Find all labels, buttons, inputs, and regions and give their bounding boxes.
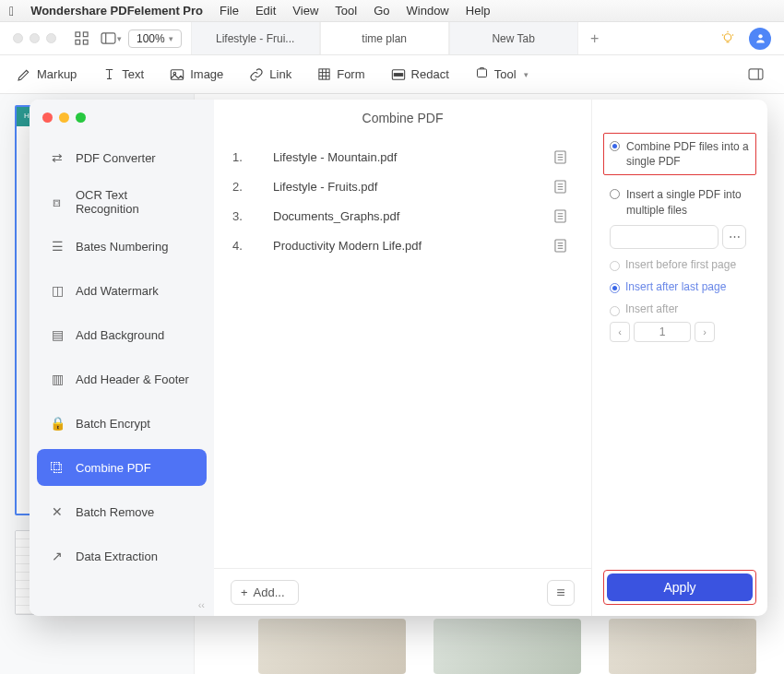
stepper-next-button[interactable]: › <box>695 322 715 342</box>
ribbon-markup[interactable]: Markup <box>17 67 77 82</box>
remove-icon: ✕ <box>50 504 65 519</box>
option-insert-group: Insert a single PDF into multiple files … <box>603 181 756 348</box>
dialog-options-panel: Combine PDF files into a single PDF Inse… <box>592 100 767 616</box>
option-insert-after-last[interactable]: Insert after last page <box>610 280 750 293</box>
dialog-zoom-icon[interactable] <box>76 112 86 123</box>
tips-bulb-icon[interactable] <box>719 30 736 47</box>
dialog-traffic-lights[interactable] <box>30 109 214 136</box>
watermark-icon: ◫ <box>50 283 65 298</box>
sidebar-item-watermark[interactable]: ◫Add Watermark <box>37 272 207 309</box>
list-options-button[interactable]: ≡ <box>547 580 575 606</box>
file-list: 1. Lifestyle - Mountain.pdf 2. Lifestyle… <box>214 136 591 568</box>
zoom-select[interactable]: 100% ▾ <box>128 30 182 48</box>
link-icon <box>249 67 264 82</box>
tab-time-plan[interactable]: time plan <box>320 22 449 54</box>
sidebar-item-header-footer[interactable]: ▥Add Header & Footer <box>37 361 207 397</box>
sidebar-item-ocr[interactable]: ⧈OCR Text Recognition <box>37 183 207 220</box>
sidebar-item-bates[interactable]: ☰Bates Numbering <box>37 228 207 265</box>
menu-file[interactable]: File <box>220 4 239 18</box>
sidebar-item-pdf-converter[interactable]: ⇄PDF Converter <box>37 139 207 176</box>
menu-window[interactable]: Window <box>407 4 449 18</box>
svg-line-8 <box>722 34 723 35</box>
dialog-close-icon[interactable] <box>42 112 53 123</box>
insert-source-input[interactable] <box>610 225 719 249</box>
page-range-icon[interactable] <box>554 150 573 164</box>
menu-tool[interactable]: Tool <box>335 4 357 18</box>
svg-rect-0 <box>75 32 79 37</box>
radio-icon <box>610 261 620 271</box>
combine-pdf-dialog: ⇄PDF Converter ⧈OCR Text Recognition ☰Ba… <box>30 100 767 616</box>
menu-help[interactable]: Help <box>466 4 491 18</box>
window-minimize-icon[interactable] <box>30 33 40 43</box>
collapse-sidebar-icon[interactable]: ‹‹ <box>198 599 205 610</box>
panel-toggle-icon[interactable] <box>743 64 767 86</box>
window-traffic-lights[interactable] <box>6 33 64 43</box>
dialog-minimize-icon[interactable] <box>59 112 69 123</box>
menu-edit[interactable]: Edit <box>255 4 276 18</box>
svg-line-9 <box>732 34 733 35</box>
option-combine-single-pdf[interactable]: Combine PDF files into a single PDF <box>610 139 750 169</box>
form-icon <box>317 67 331 81</box>
ribbon-text[interactable]: Text <box>102 67 144 81</box>
svg-rect-21 <box>477 69 486 77</box>
converter-icon: ⇄ <box>50 150 65 165</box>
window-zoom-icon[interactable] <box>46 33 56 43</box>
window-close-icon[interactable] <box>13 33 23 43</box>
apply-button[interactable]: Apply <box>607 573 753 601</box>
ribbon: Markup Text Image Link Form Redact Tool▾ <box>0 55 784 94</box>
ribbon-redact[interactable]: Redact <box>391 67 449 81</box>
file-row[interactable]: 4. Productivity Modern Life.pdf <box>232 231 573 260</box>
radio-icon <box>610 283 620 293</box>
app-name[interactable]: Wondershare PDFelement Pro <box>30 4 203 18</box>
sidebar-item-combine-pdf[interactable]: ⿻Combine PDF <box>37 449 207 486</box>
svg-rect-1 <box>83 32 88 37</box>
bg-img-3 <box>609 619 756 674</box>
add-tab-button[interactable]: + <box>578 22 612 54</box>
file-row[interactable]: 2. Lifestyle - Fruits.pdf <box>232 171 573 201</box>
sidebar-toggle-icon[interactable]: ▾ <box>99 28 123 50</box>
bg-img-2 <box>434 619 581 674</box>
file-row[interactable]: 3. Documents_Graphs.pdf <box>232 201 573 231</box>
apple-menu-icon[interactable]:  <box>9 4 14 18</box>
sidebar-item-batch-remove[interactable]: ✕Batch Remove <box>37 493 207 530</box>
tab-new-tab[interactable]: New Tab <box>449 22 578 54</box>
ribbon-tool[interactable]: Tool▾ <box>475 67 529 81</box>
ribbon-form[interactable]: Form <box>317 67 364 81</box>
combine-icon: ⿻ <box>50 460 65 475</box>
svg-rect-14 <box>319 69 329 79</box>
option-insert-before[interactable]: Insert before first page <box>610 258 750 271</box>
sidebar-item-background[interactable]: ▤Add Background <box>37 316 207 353</box>
svg-rect-2 <box>75 40 79 44</box>
markup-icon <box>17 67 31 82</box>
add-file-button[interactable]: +Add... <box>231 580 299 605</box>
user-avatar[interactable] <box>749 28 771 50</box>
page-number-stepper[interactable]: ‹ 1 › <box>610 322 750 342</box>
menu-view[interactable]: View <box>292 4 318 18</box>
tool-icon <box>475 67 489 81</box>
ribbon-link[interactable]: Link <box>249 67 291 82</box>
browse-file-button[interactable]: ⋯ <box>722 225 746 249</box>
menu-go[interactable]: Go <box>374 4 389 18</box>
sidebar-item-batch-encrypt[interactable]: 🔒Batch Encrypt <box>37 405 207 442</box>
app-toolbar: ▾ 100% ▾ Lifestyle - Frui... time plan N… <box>0 22 784 55</box>
dialog-center: Combine PDF 1. Lifestyle - Mountain.pdf … <box>214 100 592 616</box>
file-row[interactable]: 1. Lifestyle - Mountain.pdf <box>232 142 573 171</box>
option-insert-single-pdf[interactable]: Insert a single PDF into multiple files <box>610 187 750 217</box>
option-combine-group: Combine PDF files into a single PDF <box>603 133 756 175</box>
plus-icon: + <box>241 585 248 599</box>
ribbon-image[interactable]: Image <box>170 67 223 81</box>
extract-icon: ↗ <box>50 549 65 563</box>
svg-rect-12 <box>172 69 184 79</box>
tab-lifestyle-fruits[interactable]: Lifestyle - Frui... <box>191 22 320 54</box>
ocr-icon: ⧈ <box>50 195 65 210</box>
thumbnails-grid-icon[interactable] <box>69 28 93 50</box>
page-range-icon[interactable] <box>554 239 573 253</box>
stepper-value[interactable]: 1 <box>634 322 691 342</box>
redact-icon <box>391 68 406 81</box>
stepper-prev-button[interactable]: ‹ <box>610 322 630 342</box>
page-range-icon[interactable] <box>554 180 573 194</box>
page-range-icon[interactable] <box>554 209 573 223</box>
dialog-title: Combine PDF <box>214 100 591 136</box>
option-insert-after-page[interactable]: Insert after <box>610 302 750 315</box>
sidebar-item-data-extraction[interactable]: ↗Data Extraction <box>37 538 207 574</box>
